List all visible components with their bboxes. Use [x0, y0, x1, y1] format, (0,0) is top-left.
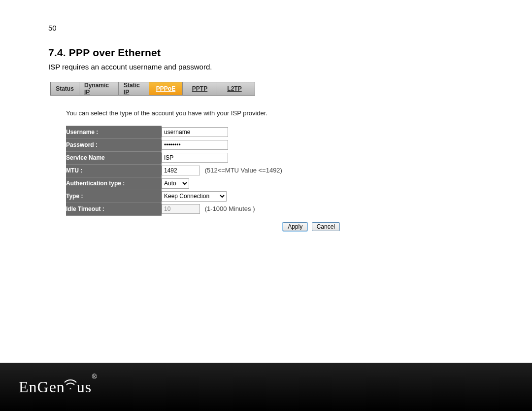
- tab-pptp[interactable]: PPTP: [183, 82, 217, 95]
- brand-text-c: us: [77, 378, 92, 396]
- password-input[interactable]: [162, 140, 228, 150]
- wifi-icon: [63, 375, 78, 393]
- brand-text-b: Gen: [37, 378, 65, 396]
- section-heading: 7.4. PPP over Ethernet: [48, 47, 443, 59]
- connection-type-select[interactable]: Keep Connection: [162, 191, 227, 202]
- pppoe-form: Username : Password : Service Name MTU :: [66, 126, 282, 216]
- mtu-hint: (512<=MTU Value <=1492): [205, 167, 282, 174]
- service-name-input[interactable]: [162, 153, 228, 163]
- tab-status[interactable]: Status: [51, 82, 79, 95]
- idle-timeout-label: Idle Timeout :: [66, 203, 162, 215]
- brand-text-a: En: [19, 378, 37, 396]
- section-description: ISP requires an account username and pas…: [48, 63, 443, 71]
- brand-logo: EnGen us®: [19, 375, 98, 396]
- connection-type-label: Type :: [66, 190, 162, 203]
- idle-timeout-hint: (1-1000 Minutes ): [205, 205, 255, 212]
- password-label: Password :: [66, 138, 162, 151]
- tab-static-ip[interactable]: Static IP: [119, 82, 149, 95]
- tab-l2tp[interactable]: L2TP: [217, 82, 252, 95]
- wan-type-tabbar: Status Dynamic IP Static IP PPPoE PPTP L…: [50, 82, 255, 96]
- auth-type-select[interactable]: Auto: [162, 178, 189, 189]
- mtu-input[interactable]: [162, 166, 200, 175]
- mtu-label: MTU :: [66, 164, 162, 177]
- idle-timeout-input: [162, 204, 200, 214]
- service-name-label: Service Name: [66, 151, 162, 164]
- instruction-text: You can select the type of the account y…: [66, 109, 443, 117]
- auth-type-label: Authentication type :: [66, 177, 162, 190]
- cancel-button[interactable]: Cancel: [312, 222, 340, 231]
- username-label: Username :: [66, 126, 162, 138]
- footer: EnGen us®: [0, 363, 532, 411]
- tab-dynamic-ip[interactable]: Dynamic IP: [79, 82, 119, 95]
- page-number: 50: [48, 24, 443, 32]
- button-row: Apply Cancel: [66, 222, 340, 231]
- username-input[interactable]: [162, 127, 228, 137]
- tab-pppoe[interactable]: PPPoE: [149, 82, 183, 95]
- apply-button[interactable]: Apply: [283, 222, 307, 231]
- registered-icon: ®: [92, 373, 98, 380]
- config-panel: Status Dynamic IP Static IP PPPoE PPTP L…: [50, 82, 443, 231]
